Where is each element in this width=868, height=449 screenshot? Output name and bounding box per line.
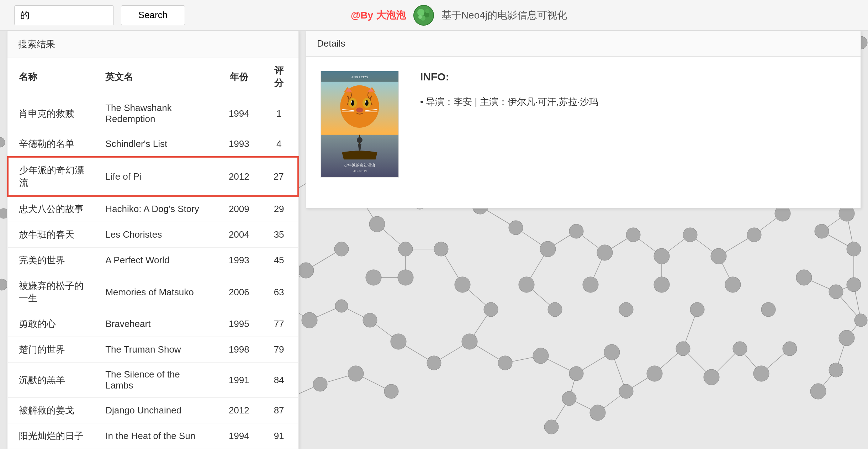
graph-node[interactable] xyxy=(725,277,741,292)
movie-info: INFO: • 导演：李安 | 主演：伊尔凡·可汗,苏拉·沙玛 xyxy=(420,71,846,110)
graph-node[interactable] xyxy=(0,137,5,147)
graph-node[interactable] xyxy=(519,277,534,292)
graph-node[interactable] xyxy=(747,228,761,242)
graph-node[interactable] xyxy=(654,248,669,264)
graph-node[interactable] xyxy=(562,391,576,406)
graph-node[interactable] xyxy=(484,302,498,317)
graph-node[interactable] xyxy=(313,377,327,391)
graph-node[interactable] xyxy=(363,313,377,327)
graph-node[interactable] xyxy=(0,279,7,290)
graph-node[interactable] xyxy=(619,302,633,317)
graph-node[interactable] xyxy=(619,384,633,398)
graph-node[interactable] xyxy=(796,270,812,285)
graph-node[interactable] xyxy=(569,224,583,238)
graph-edge xyxy=(683,310,697,349)
graph-node[interactable] xyxy=(676,342,690,356)
table-row[interactable]: 勇敢的心Braveheart199577 xyxy=(8,311,298,337)
graph-node[interactable] xyxy=(335,300,348,312)
cell-year: 2006 xyxy=(218,273,260,311)
graph-node[interactable] xyxy=(427,356,441,370)
graph-node[interactable] xyxy=(829,285,843,299)
movie-poster-image: 少年派的奇幻漂流 LIFE OF PI ANG LEE'S xyxy=(321,71,398,177)
graph-node[interactable] xyxy=(462,334,477,349)
table-row[interactable]: 被嫌弃的松子的一生Memories of Matsuko200663 xyxy=(8,273,298,311)
table-row[interactable]: 忠犬八公的故事Hachiko: A Dog's Story200929 xyxy=(8,196,298,222)
graph-node[interactable] xyxy=(384,384,398,398)
graph-node[interactable] xyxy=(839,330,854,346)
cell-english: The Truman Show xyxy=(95,337,218,363)
search-input[interactable] xyxy=(14,5,114,25)
graph-node[interactable] xyxy=(810,384,826,399)
graph-node[interactable] xyxy=(369,216,385,232)
graph-node[interactable] xyxy=(733,342,747,356)
graph-node[interactable] xyxy=(753,366,769,381)
cell-english: The Shawshank Redemption xyxy=(95,96,218,131)
graph-node[interactable] xyxy=(847,242,861,256)
graph-node[interactable] xyxy=(604,344,620,360)
table-row[interactable]: 被解救的姜戈Django Unchained201287 xyxy=(8,398,298,423)
cell-english: Life of Pi xyxy=(95,157,218,196)
graph-node[interactable] xyxy=(654,277,669,292)
results-tbody: 肖申克的救赎The Shawshank Redemption19941辛德勒的名… xyxy=(8,96,298,449)
details-panel: Details xyxy=(306,31,861,208)
graph-edge xyxy=(462,285,491,310)
svg-point-5 xyxy=(425,9,429,13)
cell-english: In the Heat of the Sun xyxy=(95,423,218,449)
cell-year: 1991 xyxy=(218,363,260,398)
graph-edge xyxy=(719,256,733,285)
graph-node[interactable] xyxy=(544,420,559,434)
graph-node[interactable] xyxy=(334,242,349,256)
graph-node[interactable] xyxy=(583,277,598,292)
graph-node[interactable] xyxy=(626,228,640,242)
graph-node[interactable] xyxy=(597,245,613,260)
graph-node[interactable] xyxy=(683,228,697,242)
table-row[interactable]: 少年派的奇幻漂流Life of Pi201227 xyxy=(8,157,298,196)
graph-node[interactable] xyxy=(829,363,843,377)
table-row[interactable]: 完美的世界A Perfect World199345 xyxy=(8,248,298,273)
graph-edge xyxy=(605,235,633,253)
graph-node[interactable] xyxy=(348,366,364,381)
graph-node[interactable] xyxy=(647,366,662,381)
graph-node[interactable] xyxy=(398,270,413,285)
table-row[interactable]: 辛德勒的名单Schindler's List19934 xyxy=(8,131,298,157)
graph-node[interactable] xyxy=(761,302,776,317)
details-header: Details xyxy=(306,31,861,57)
graph-node[interactable] xyxy=(548,302,562,317)
graph-node[interactable] xyxy=(509,221,523,235)
graph-node[interactable] xyxy=(434,242,448,256)
graph-edge xyxy=(551,398,569,427)
graph-node[interactable] xyxy=(498,356,512,370)
graph-node[interactable] xyxy=(815,224,829,238)
graph-edge xyxy=(719,235,754,256)
svg-point-14 xyxy=(351,101,352,102)
details-content: 少年派的奇幻漂流 LIFE OF PI ANG LEE'S INFO: • 导演… xyxy=(306,57,861,192)
svg-text:ANG LEE'S: ANG LEE'S xyxy=(351,75,368,79)
graph-node[interactable] xyxy=(711,248,726,264)
graph-node[interactable] xyxy=(590,405,605,421)
graph-node[interactable] xyxy=(847,278,861,292)
search-button[interactable]: Search xyxy=(121,5,185,25)
graph-node[interactable] xyxy=(690,302,704,317)
graph-node[interactable] xyxy=(533,348,549,364)
table-row[interactable]: 沉默的羔羊The Silence of the Lambs199184 xyxy=(8,363,298,398)
graph-node[interactable] xyxy=(391,334,406,349)
table-row[interactable]: 放牛班的春天Les Choristes200435 xyxy=(8,222,298,248)
col-header: 名称 xyxy=(8,58,95,96)
graph-edge xyxy=(576,352,612,374)
graph-node[interactable] xyxy=(298,263,314,278)
cell-year: 1994 xyxy=(218,96,260,131)
graph-node[interactable] xyxy=(783,342,797,356)
graph-node[interactable] xyxy=(398,242,413,256)
graph-node[interactable] xyxy=(569,366,583,381)
table-row[interactable]: 阳光灿烂的日子In the Heat of the Sun199491 xyxy=(8,423,298,449)
table-row[interactable]: 楚门的世界The Truman Show199879 xyxy=(8,337,298,363)
graph-node[interactable] xyxy=(704,369,719,385)
col-header: 英文名 xyxy=(95,58,218,96)
graph-node[interactable] xyxy=(854,314,867,327)
graph-node[interactable] xyxy=(540,241,556,257)
graph-edge xyxy=(434,342,470,363)
graph-node[interactable] xyxy=(455,277,470,292)
table-row[interactable]: 肖申克的救赎The Shawshank Redemption19941 xyxy=(8,96,298,131)
graph-node[interactable] xyxy=(366,270,381,285)
graph-node[interactable] xyxy=(302,312,317,328)
